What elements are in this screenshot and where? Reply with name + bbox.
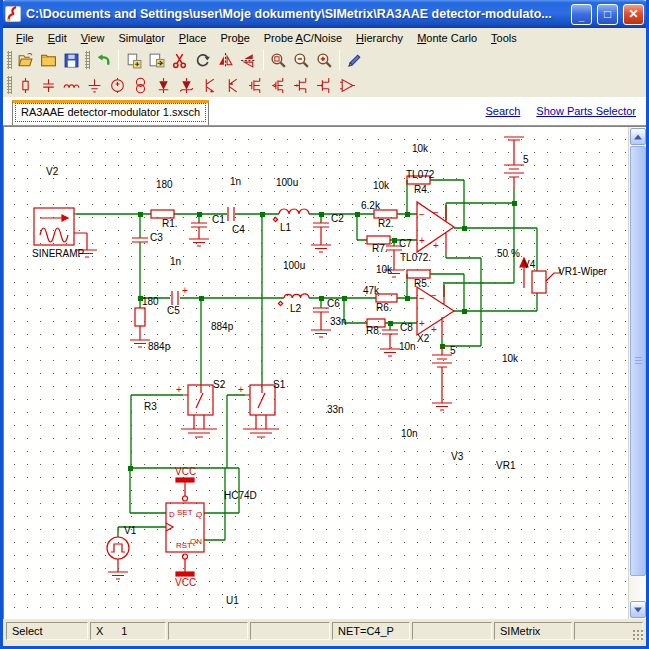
- zoom-area-button[interactable]: [267, 49, 290, 71]
- njfet-button[interactable]: [290, 74, 313, 96]
- schematic-label[interactable]: V4: [523, 259, 536, 270]
- schematic-label[interactable]: V3: [451, 451, 464, 462]
- minimize-button[interactable]: _: [571, 4, 592, 25]
- search-link[interactable]: Search: [485, 105, 520, 117]
- schematic-grid[interactable]: V2180R1.C1C31nC4100uL1C26.2kR2.R7.C710kT…: [4, 127, 628, 619]
- menu-place[interactable]: Place: [172, 30, 214, 46]
- schematic-label[interactable]: VR1: [496, 460, 516, 471]
- schematic-canvas[interactable]: V2180R1.C1C31nC4100uL1C26.2kR2.R7.C710kT…: [3, 126, 646, 619]
- schematic-label[interactable]: C7: [399, 238, 412, 249]
- menu-probe[interactable]: Probe: [213, 30, 256, 46]
- schematic-label[interactable]: 33n: [330, 316, 347, 327]
- schematic-label[interactable]: −: [433, 207, 439, 218]
- menu-simulator[interactable]: Simulator: [111, 30, 171, 46]
- vertical-scrollbar[interactable]: [628, 127, 646, 619]
- undo-button[interactable]: [92, 49, 115, 71]
- menu-monte-carlo[interactable]: Monte Carlo: [410, 30, 484, 46]
- schematic-label[interactable]: S1: [273, 379, 286, 390]
- diode-button[interactable]: [152, 74, 175, 96]
- wires[interactable]: [76, 180, 537, 540]
- voltage-source-button[interactable]: [106, 74, 129, 96]
- schematic-label[interactable]: +: [176, 384, 182, 395]
- schematic-label[interactable]: +: [419, 235, 425, 246]
- schematic-label[interactable]: +: [182, 285, 188, 296]
- mirror-vertical-button[interactable]: [214, 49, 237, 71]
- schematic-label[interactable]: +: [238, 384, 244, 395]
- folder-button[interactable]: [37, 49, 60, 71]
- schematic-label[interactable]: C3: [150, 232, 163, 243]
- zener-diode-button[interactable]: [175, 74, 198, 96]
- schematic-label[interactable]: 10n: [399, 341, 416, 352]
- schematic-label[interactable]: R3: [144, 401, 157, 412]
- schematic-label[interactable]: VCC: [175, 466, 196, 477]
- scrollbar-thumb[interactable]: [630, 146, 646, 576]
- schematic-label[interactable]: C1: [212, 214, 225, 225]
- scroll-down-button[interactable]: [630, 601, 646, 618]
- scroll-up-button[interactable]: [630, 128, 646, 145]
- show-parts-selector-link[interactable]: Show Parts Selector: [536, 105, 636, 117]
- nmos-button[interactable]: [244, 74, 267, 96]
- close-button[interactable]: ✕: [623, 4, 644, 25]
- schematic-label[interactable]: 5: [450, 345, 456, 356]
- npn-transistor-button[interactable]: [198, 74, 221, 96]
- schematic-label[interactable]: −: [419, 293, 425, 304]
- pjfet-button[interactable]: [313, 74, 336, 96]
- schematic-label[interactable]: 1n: [170, 256, 181, 267]
- folder-open-button[interactable]: [14, 49, 37, 71]
- schematic-label[interactable]: 50 %: [497, 248, 520, 259]
- schematic-label[interactable]: 10n: [401, 428, 418, 439]
- schematic-label[interactable]: 180: [156, 179, 173, 190]
- schematic-label[interactable]: R4.: [414, 184, 430, 195]
- schematic-label[interactable]: −: [431, 290, 437, 301]
- schematic-label[interactable]: X2: [417, 333, 430, 344]
- zoom-out-button[interactable]: [290, 49, 313, 71]
- opamp-button[interactable]: [336, 74, 359, 96]
- schematic-label[interactable]: TL072.: [400, 252, 431, 263]
- paste-button[interactable]: [145, 49, 168, 71]
- schematic-label[interactable]: VR1-Wiper: [558, 266, 608, 277]
- schematic-label[interactable]: 10k: [376, 264, 393, 275]
- schematic-label[interactable]: C5: [167, 305, 180, 316]
- schematic-label[interactable]: C6: [327, 298, 340, 309]
- schematic-label[interactable]: 100u: [276, 177, 298, 188]
- schematic-label[interactable]: R8.: [366, 325, 382, 336]
- schematic-label[interactable]: −: [419, 209, 425, 220]
- schematic-label[interactable]: 884p: [211, 321, 234, 332]
- schematic-label[interactable]: V2: [46, 166, 59, 177]
- menu-file[interactable]: File: [9, 30, 41, 46]
- pencil-button[interactable]: [343, 49, 366, 71]
- save-button[interactable]: [60, 49, 83, 71]
- toolbar-grip[interactable]: [85, 51, 90, 69]
- menu-probe-ac-noise[interactable]: Probe AC/Noise: [257, 30, 349, 46]
- schematic-label[interactable]: Q: [196, 510, 202, 519]
- cut-button[interactable]: [168, 49, 191, 71]
- rotate-button[interactable]: [191, 49, 214, 71]
- menu-edit[interactable]: Edit: [41, 30, 74, 46]
- title-bar[interactable]: C:\Documents and Settings\user\Moje doku…: [0, 0, 649, 28]
- toolbar-grip[interactable]: [7, 51, 12, 69]
- schematic-label[interactable]: C8: [400, 322, 413, 333]
- schematic-label[interactable]: +: [431, 324, 437, 335]
- schematic-label[interactable]: R7.: [372, 243, 388, 254]
- schematic-label[interactable]: 33n: [327, 404, 344, 415]
- schematic-label[interactable]: 100u: [283, 260, 305, 271]
- menu-hierarchy[interactable]: Hierarchy: [349, 30, 410, 46]
- schematic-label[interactable]: TL072: [406, 169, 435, 180]
- schematic-label[interactable]: R1.: [162, 218, 178, 229]
- menu-view[interactable]: View: [74, 30, 112, 46]
- resistor-button[interactable]: [14, 74, 37, 96]
- schematic-label[interactable]: SINERAMP: [32, 248, 85, 259]
- capacitor-button[interactable]: [37, 74, 60, 96]
- schematic-label[interactable]: R5.: [414, 278, 430, 289]
- zoom-in-button[interactable]: [313, 49, 336, 71]
- schematic-label[interactable]: +: [419, 318, 425, 329]
- toolbar-grip[interactable]: [7, 76, 12, 94]
- ground-button[interactable]: [83, 74, 106, 96]
- pmos-button[interactable]: [267, 74, 290, 96]
- schematic-label[interactable]: RST: [176, 541, 192, 550]
- schematic-label[interactable]: 6.2k: [361, 200, 381, 211]
- schematic-label[interactable]: HC74D: [224, 490, 257, 501]
- schematic-drawing[interactable]: V2180R1.C1C31nC4100uL1C26.2kR2.R7.C710kT…: [4, 127, 628, 619]
- schematic-label[interactable]: C4: [232, 224, 245, 235]
- schematic-label[interactable]: VCC: [175, 577, 196, 588]
